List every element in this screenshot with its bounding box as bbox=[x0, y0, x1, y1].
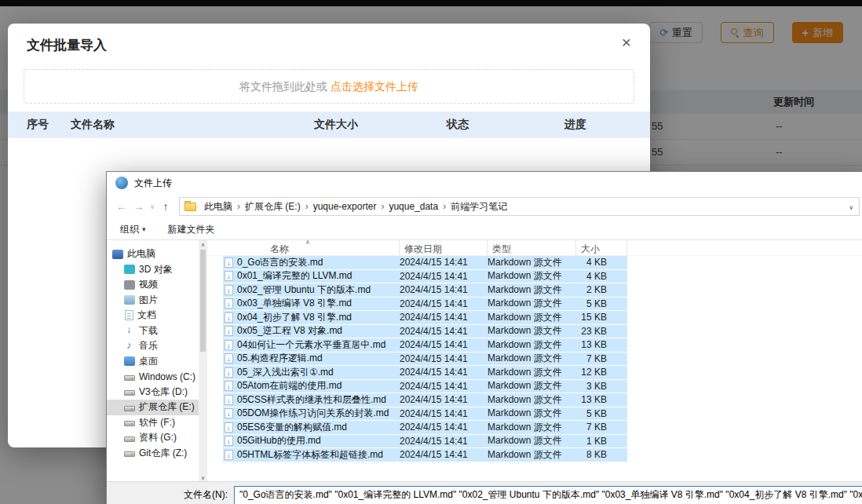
new-folder-button[interactable]: 新建文件夹 bbox=[168, 223, 215, 236]
tree-item[interactable]: 音乐 bbox=[107, 338, 207, 354]
tree-item[interactable]: 3D 对象 bbox=[107, 262, 207, 278]
tree-item-label: 资料 (G:) bbox=[139, 431, 177, 444]
file-name-cell: 0x02_管理 Ubuntu 下的版本.md bbox=[223, 283, 400, 297]
file-size: 5 KB bbox=[576, 298, 627, 309]
modal-header: 文件批量导入 × bbox=[8, 24, 650, 64]
file-name-cell: 04如何让一个元素水平垂直居中.md bbox=[223, 338, 400, 352]
history-chevron-icon[interactable]: ∨ bbox=[148, 203, 157, 210]
file-type: Markdown 源文件 bbox=[488, 311, 576, 324]
modal-column-header: 文件名称 bbox=[71, 118, 273, 132]
file-row[interactable]: 0x04_初步了解 V8 引擎.md 2024/4/15 14:41 Markd… bbox=[223, 311, 627, 325]
file-name-cell: 05_深入浅出索引①.md bbox=[223, 366, 400, 379]
up-icon[interactable]: ↑ bbox=[157, 200, 174, 213]
forward-icon[interactable]: → bbox=[130, 200, 148, 213]
tree-item-label: V3仓库 (D:) bbox=[139, 385, 188, 399]
dropzone-upload-link[interactable]: 点击选择文件上传 bbox=[331, 80, 418, 93]
drive-icon bbox=[124, 390, 135, 396]
breadcrumb-item[interactable]: yuque_data bbox=[384, 201, 443, 212]
scroll-down-icon[interactable]: ∨ bbox=[199, 475, 207, 481]
file-dropzone[interactable]: 将文件拖到此处或点击选择文件上传 bbox=[24, 69, 634, 104]
modal-column-header: 进度 bbox=[517, 118, 634, 132]
list-column-header[interactable]: 修改日期 bbox=[400, 240, 488, 255]
file-size: 7 KB bbox=[576, 353, 627, 364]
screen: ⟳ 重置 查询 + 新增 更新时间 55 -- bbox=[0, 0, 862, 504]
close-icon[interactable]: × bbox=[622, 34, 631, 50]
file-date: 2024/4/15 14:41 bbox=[400, 339, 488, 350]
file-row[interactable]: 05CSS样式表的继承性和层叠性.md 2024/4/15 14:41 Mark… bbox=[223, 393, 627, 407]
breadcrumb: › 此电脑 › 扩展仓库 (E:) › yuque-exporter › yuq… bbox=[199, 200, 512, 214]
tree-item[interactable]: V3仓库 (D:) bbox=[107, 385, 207, 400]
list-column-headers: ∧ 名称 修改日期 类型 大小 bbox=[207, 240, 862, 256]
list-column-header[interactable]: 大小 bbox=[576, 240, 627, 255]
music-icon bbox=[124, 341, 135, 351]
tree-item[interactable]: Windows (C:) bbox=[107, 369, 207, 385]
drive-icon bbox=[124, 451, 135, 457]
file-row[interactable]: 05ES6变量的解构赋值.md 2024/4/15 14:41 Markdown… bbox=[223, 421, 627, 435]
file-row[interactable]: 05_深入浅出索引①.md 2024/4/15 14:41 Markdown 源… bbox=[223, 366, 627, 380]
tree-item[interactable]: 图片 bbox=[107, 293, 207, 309]
filename-input[interactable] bbox=[234, 486, 862, 504]
file-name: 05HTML标签字体标签和超链接.md bbox=[237, 448, 383, 462]
tree-item[interactable]: 下载 bbox=[107, 323, 207, 339]
dialog-titlebar[interactable]: 文件上传 bbox=[107, 172, 862, 194]
file-date: 2024/4/15 14:41 bbox=[400, 353, 488, 364]
file-row[interactable]: 0x05_逆工程 V8 对象.md 2024/4/15 14:41 Markdo… bbox=[223, 325, 627, 339]
file-row[interactable]: 0_Go语言的安装.md 2024/4/15 14:41 Markdown 源文… bbox=[223, 256, 627, 270]
breadcrumb-item[interactable]: 此电脑 bbox=[199, 200, 237, 214]
breadcrumb-item[interactable]: yuque-exporter bbox=[309, 201, 382, 212]
file-row[interactable]: 0x02_管理 Ubuntu 下的版本.md 2024/4/15 14:41 M… bbox=[223, 283, 627, 298]
file-row[interactable]: 05GitHub的使用.md 2024/4/15 14:41 Markdown … bbox=[223, 435, 627, 449]
tree-item-label: 视频 bbox=[139, 278, 158, 291]
file-size: 13 KB bbox=[576, 394, 627, 405]
tree-item[interactable]: Git仓库 (Z:) bbox=[107, 446, 207, 462]
file-name-cell: 0x05_逆工程 V8 对象.md bbox=[223, 324, 400, 338]
organize-menu[interactable]: 组织 ▾ bbox=[120, 223, 146, 236]
tree-item[interactable]: 桌面 bbox=[107, 354, 207, 370]
tree-item-label: Git仓库 (Z:) bbox=[139, 447, 187, 460]
file-type: Markdown 源文件 bbox=[488, 407, 576, 420]
file-row[interactable]: 0x01_编译完整的 LLVM.md 2024/4/15 14:41 Markd… bbox=[223, 270, 627, 284]
breadcrumb-item[interactable]: 前端学习笔记 bbox=[446, 200, 512, 214]
file-row[interactable]: 05Atom在前端的使用.md 2024/4/15 14:41 Markdown… bbox=[223, 380, 627, 394]
file-date: 2024/4/15 14:41 bbox=[400, 298, 488, 309]
tree-item-label: 桌面 bbox=[139, 355, 158, 368]
list-column-header[interactable]: 名称 bbox=[207, 240, 400, 255]
file-upload-dialog: 文件上传 ← → ∨ ↑ › 此电脑 › 扩展仓库 (E:) › bbox=[106, 171, 862, 504]
markdown-file-icon bbox=[225, 381, 233, 391]
sidebar-scrollbar[interactable]: ∧ ∨ bbox=[199, 240, 207, 483]
file-row[interactable]: 05HTML标签字体标签和超链接.md 2024/4/15 14:41 Mark… bbox=[223, 448, 627, 462]
sort-ascending-icon: ∧ bbox=[305, 240, 310, 246]
tree-item[interactable]: 视频 bbox=[107, 277, 207, 293]
tree-item-label: 下载 bbox=[139, 324, 158, 338]
scroll-up-icon[interactable]: ∧ bbox=[199, 242, 207, 248]
file-name-cell: 05Atom在前端的使用.md bbox=[223, 379, 400, 393]
file-row[interactable]: 0x03_单独编译 V8 引擎.md 2024/4/15 14:41 Markd… bbox=[223, 298, 627, 312]
file-row[interactable]: 05DOM操作练习访问关系的封装.md 2024/4/15 14:41 Mark… bbox=[223, 407, 627, 422]
tree-item[interactable]: 扩展仓库 (E:) bbox=[107, 400, 207, 415]
list-column-header[interactable]: 类型 bbox=[488, 240, 576, 255]
tree-item[interactable]: 此电脑 bbox=[107, 247, 207, 262]
scrollbar-thumb[interactable] bbox=[200, 250, 206, 352]
address-bar[interactable]: › 此电脑 › 扩展仓库 (E:) › yuque-exporter › yuq… bbox=[179, 197, 860, 216]
tree-item-label: Windows (C:) bbox=[139, 371, 195, 382]
file-date: 2024/4/15 14:41 bbox=[400, 422, 488, 433]
file-row[interactable]: 05.构造程序逻辑.md 2024/4/15 14:41 Markdown 源文… bbox=[223, 352, 627, 367]
file-size: 4 KB bbox=[576, 257, 627, 268]
file-row[interactable]: 04如何让一个元素水平垂直居中.md 2024/4/15 14:41 Markd… bbox=[223, 338, 627, 352]
markdown-file-icon bbox=[225, 422, 233, 433]
tree-item-label: 图片 bbox=[139, 294, 158, 307]
breadcrumb-item[interactable]: 扩展仓库 (E:) bbox=[240, 200, 305, 214]
modal-table-header: 序号 文件名称 文件大小 状态 进度 bbox=[8, 111, 650, 138]
back-icon[interactable]: ← bbox=[113, 200, 130, 213]
dialog-title: 文件上传 bbox=[134, 177, 172, 190]
tree-item[interactable]: 资料 (G:) bbox=[107, 430, 207, 446]
tree-item[interactable]: 文档 bbox=[107, 308, 207, 323]
file-size: 7 KB bbox=[576, 422, 627, 433]
modal-column-header: 文件大小 bbox=[273, 118, 399, 132]
markdown-file-icon bbox=[225, 298, 233, 309]
file-date: 2024/4/15 14:41 bbox=[400, 449, 488, 460]
navigation-pane: 此电脑 3D 对象 视频 bbox=[107, 240, 207, 483]
tree-item[interactable]: 软件 (F:) bbox=[107, 415, 207, 431]
file-date: 2024/4/15 14:41 bbox=[400, 326, 488, 337]
address-dropdown-icon[interactable]: ∨ bbox=[849, 204, 853, 211]
